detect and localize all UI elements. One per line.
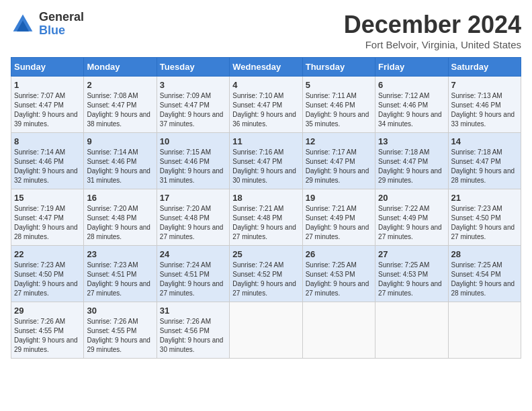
calendar-cell: 29Sunrise: 7:26 AMSunset: 4:55 PMDayligh… bbox=[11, 302, 84, 359]
day-number: 8 bbox=[14, 136, 81, 146]
day-number: 10 bbox=[160, 136, 226, 146]
calendar-cell: 7Sunrise: 7:13 AMSunset: 4:46 PMDaylight… bbox=[448, 77, 521, 133]
day-info: Sunrise: 7:24 AMSunset: 4:51 PMDaylight:… bbox=[160, 261, 226, 298]
day-number: 3 bbox=[160, 80, 226, 90]
location: Fort Belvoir, Virginia, United States bbox=[344, 39, 521, 50]
day-number: 9 bbox=[87, 136, 153, 146]
calendar-row-2: 15Sunrise: 7:19 AMSunset: 4:47 PMDayligh… bbox=[11, 189, 521, 246]
calendar-cell: 4Sunrise: 7:10 AMSunset: 4:47 PMDaylight… bbox=[230, 77, 302, 133]
header-friday: Friday bbox=[375, 58, 448, 77]
day-number: 22 bbox=[14, 249, 81, 259]
day-number: 27 bbox=[378, 249, 445, 259]
calendar-cell: 31Sunrise: 7:26 AMSunset: 4:56 PMDayligh… bbox=[157, 302, 229, 359]
day-info: Sunrise: 7:11 AMSunset: 4:46 PMDaylight:… bbox=[306, 91, 372, 129]
calendar-cell: 3Sunrise: 7:09 AMSunset: 4:47 PMDaylight… bbox=[157, 77, 229, 133]
calendar-cell: 21Sunrise: 7:23 AMSunset: 4:50 PMDayligh… bbox=[448, 189, 521, 246]
day-number: 29 bbox=[14, 306, 81, 316]
calendar-cell: 16Sunrise: 7:20 AMSunset: 4:48 PMDayligh… bbox=[84, 189, 157, 246]
logo-blue: Blue bbox=[39, 24, 84, 38]
calendar-cell: 30Sunrise: 7:26 AMSunset: 4:55 PMDayligh… bbox=[84, 302, 157, 359]
header-row: Sunday Monday Tuesday Wednesday Thursday… bbox=[11, 58, 521, 77]
calendar-cell: 13Sunrise: 7:18 AMSunset: 4:47 PMDayligh… bbox=[375, 133, 448, 189]
calendar-cell: 26Sunrise: 7:25 AMSunset: 4:53 PMDayligh… bbox=[302, 246, 375, 302]
day-info: Sunrise: 7:08 AMSunset: 4:47 PMDaylight:… bbox=[87, 91, 153, 129]
calendar-body: 1Sunrise: 7:07 AMSunset: 4:47 PMDaylight… bbox=[11, 77, 521, 359]
day-number: 14 bbox=[451, 136, 518, 146]
day-number: 31 bbox=[160, 306, 226, 316]
logo: General Blue bbox=[11, 11, 84, 38]
calendar-cell: 1Sunrise: 7:07 AMSunset: 4:47 PMDaylight… bbox=[11, 77, 84, 133]
day-number: 4 bbox=[232, 80, 299, 90]
day-number: 23 bbox=[87, 249, 153, 259]
header-sunday: Sunday bbox=[11, 58, 84, 77]
day-info: Sunrise: 7:14 AMSunset: 4:46 PMDaylight:… bbox=[14, 148, 81, 185]
calendar-cell: 18Sunrise: 7:21 AMSunset: 4:48 PMDayligh… bbox=[230, 189, 302, 246]
calendar-cell: 17Sunrise: 7:20 AMSunset: 4:48 PMDayligh… bbox=[157, 189, 229, 246]
day-number: 16 bbox=[87, 193, 153, 203]
calendar-cell: 20Sunrise: 7:22 AMSunset: 4:49 PMDayligh… bbox=[375, 189, 448, 246]
day-info: Sunrise: 7:09 AMSunset: 4:47 PMDaylight:… bbox=[160, 91, 226, 129]
header-monday: Monday bbox=[84, 58, 157, 77]
day-number: 25 bbox=[232, 249, 299, 259]
calendar-cell: 2Sunrise: 7:08 AMSunset: 4:47 PMDaylight… bbox=[84, 77, 157, 133]
calendar-cell: 28Sunrise: 7:25 AMSunset: 4:54 PMDayligh… bbox=[448, 246, 521, 302]
day-number: 19 bbox=[306, 193, 372, 203]
day-number: 15 bbox=[14, 193, 81, 203]
day-number: 28 bbox=[451, 249, 518, 259]
day-info: Sunrise: 7:16 AMSunset: 4:47 PMDaylight:… bbox=[232, 148, 299, 185]
calendar-cell: 14Sunrise: 7:18 AMSunset: 4:47 PMDayligh… bbox=[448, 133, 521, 189]
day-number: 12 bbox=[306, 136, 372, 146]
day-info: Sunrise: 7:23 AMSunset: 4:50 PMDaylight:… bbox=[451, 204, 518, 242]
header-wednesday: Wednesday bbox=[230, 58, 302, 77]
day-info: Sunrise: 7:21 AMSunset: 4:48 PMDaylight:… bbox=[232, 204, 299, 242]
logo-text: General Blue bbox=[39, 11, 84, 38]
day-info: Sunrise: 7:25 AMSunset: 4:53 PMDaylight:… bbox=[378, 261, 445, 298]
header: General Blue December 2024 Fort Belvoir,… bbox=[11, 11, 521, 50]
calendar-cell bbox=[230, 302, 302, 359]
day-info: Sunrise: 7:26 AMSunset: 4:55 PMDaylight:… bbox=[14, 317, 81, 355]
calendar-cell: 9Sunrise: 7:14 AMSunset: 4:46 PMDaylight… bbox=[84, 133, 157, 189]
day-number: 26 bbox=[306, 249, 372, 259]
calendar-cell: 5Sunrise: 7:11 AMSunset: 4:46 PMDaylight… bbox=[302, 77, 375, 133]
calendar-header: Sunday Monday Tuesday Wednesday Thursday… bbox=[11, 58, 521, 77]
calendar-cell: 10Sunrise: 7:15 AMSunset: 4:46 PMDayligh… bbox=[157, 133, 229, 189]
day-info: Sunrise: 7:24 AMSunset: 4:52 PMDaylight:… bbox=[232, 261, 299, 298]
day-number: 13 bbox=[378, 136, 445, 146]
day-info: Sunrise: 7:25 AMSunset: 4:54 PMDaylight:… bbox=[451, 261, 518, 298]
header-saturday: Saturday bbox=[448, 58, 521, 77]
day-number: 6 bbox=[378, 80, 445, 90]
day-number: 5 bbox=[306, 80, 372, 90]
calendar-cell bbox=[375, 302, 448, 359]
day-number: 7 bbox=[451, 80, 518, 90]
day-number: 24 bbox=[160, 249, 226, 259]
calendar-cell: 11Sunrise: 7:16 AMSunset: 4:47 PMDayligh… bbox=[230, 133, 302, 189]
day-number: 20 bbox=[378, 193, 445, 203]
calendar-cell: 15Sunrise: 7:19 AMSunset: 4:47 PMDayligh… bbox=[11, 189, 84, 246]
day-number: 2 bbox=[87, 80, 153, 90]
day-info: Sunrise: 7:18 AMSunset: 4:47 PMDaylight:… bbox=[378, 148, 445, 185]
title-area: December 2024 Fort Belvoir, Virginia, Un… bbox=[344, 11, 521, 50]
calendar-cell: 19Sunrise: 7:21 AMSunset: 4:49 PMDayligh… bbox=[302, 189, 375, 246]
day-info: Sunrise: 7:26 AMSunset: 4:56 PMDaylight:… bbox=[160, 317, 226, 355]
calendar-cell: 24Sunrise: 7:24 AMSunset: 4:51 PMDayligh… bbox=[157, 246, 229, 302]
day-info: Sunrise: 7:17 AMSunset: 4:47 PMDaylight:… bbox=[306, 148, 372, 185]
calendar-cell: 25Sunrise: 7:24 AMSunset: 4:52 PMDayligh… bbox=[230, 246, 302, 302]
day-info: Sunrise: 7:13 AMSunset: 4:46 PMDaylight:… bbox=[451, 91, 518, 129]
day-info: Sunrise: 7:22 AMSunset: 4:49 PMDaylight:… bbox=[378, 204, 445, 242]
calendar-row-4: 29Sunrise: 7:26 AMSunset: 4:55 PMDayligh… bbox=[11, 302, 521, 359]
calendar-cell: 27Sunrise: 7:25 AMSunset: 4:53 PMDayligh… bbox=[375, 246, 448, 302]
calendar-row-1: 8Sunrise: 7:14 AMSunset: 4:46 PMDaylight… bbox=[11, 133, 521, 189]
day-info: Sunrise: 7:20 AMSunset: 4:48 PMDaylight:… bbox=[87, 204, 153, 242]
day-number: 17 bbox=[160, 193, 226, 203]
day-info: Sunrise: 7:19 AMSunset: 4:47 PMDaylight:… bbox=[14, 204, 81, 242]
calendar-row-0: 1Sunrise: 7:07 AMSunset: 4:47 PMDaylight… bbox=[11, 77, 521, 133]
header-tuesday: Tuesday bbox=[157, 58, 229, 77]
calendar-cell: 8Sunrise: 7:14 AMSunset: 4:46 PMDaylight… bbox=[11, 133, 84, 189]
calendar-cell: 12Sunrise: 7:17 AMSunset: 4:47 PMDayligh… bbox=[302, 133, 375, 189]
calendar-row-3: 22Sunrise: 7:23 AMSunset: 4:50 PMDayligh… bbox=[11, 246, 521, 302]
header-thursday: Thursday bbox=[302, 58, 375, 77]
calendar-cell bbox=[448, 302, 521, 359]
day-info: Sunrise: 7:26 AMSunset: 4:55 PMDaylight:… bbox=[87, 317, 153, 355]
day-info: Sunrise: 7:12 AMSunset: 4:46 PMDaylight:… bbox=[378, 91, 445, 129]
day-info: Sunrise: 7:21 AMSunset: 4:49 PMDaylight:… bbox=[306, 204, 372, 242]
